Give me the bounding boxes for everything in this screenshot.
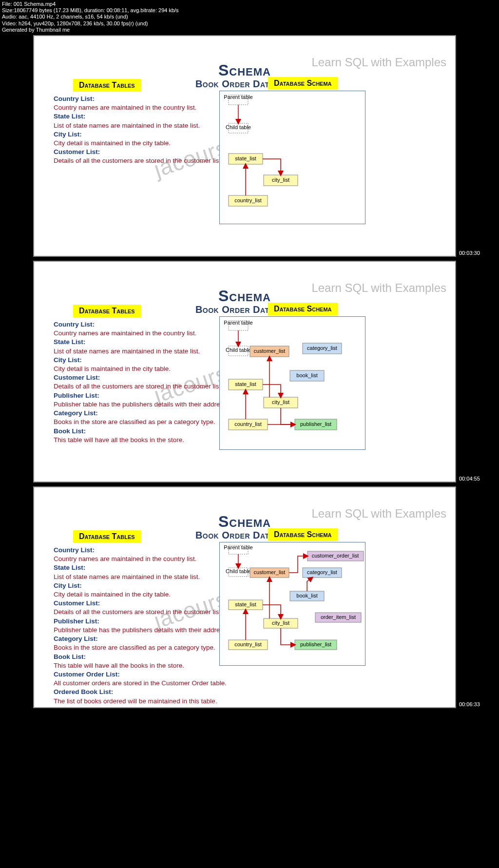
def-customer-body: Details of all the customers are stored … <box>54 608 234 617</box>
meta-size: Size:18067749 bytes (17.23 MiB), duratio… <box>2 7 497 14</box>
def-country-body: Country names are maintained in the coun… <box>54 103 234 112</box>
def-category-body: Books in the store are classified as per… <box>54 643 234 652</box>
node-publisher-list: publisher_list <box>300 641 331 647</box>
meta-gen: Generated by Thumbnail me <box>2 27 497 33</box>
node-customer-order-list: customer_order_list <box>312 553 359 559</box>
node-book-list: book_list <box>296 372 317 378</box>
def-book-head: Book List: <box>54 427 234 436</box>
node-customer-list: customer_list <box>254 569 286 575</box>
def-customer-head: Customer List: <box>54 148 234 156</box>
def-custorder-head: Customer Order List: <box>54 670 234 679</box>
meta-file: File: 001 Schema.mp4 <box>2 1 497 7</box>
def-publisher-head: Publisher List: <box>54 617 234 626</box>
def-state-body: List of state names are maintained in th… <box>54 573 234 581</box>
node-country-list: country_list <box>234 641 262 647</box>
node-state-list: state_list <box>235 155 256 161</box>
database-schema-heading: Database Schema <box>268 528 338 541</box>
definitions-list: Country List: Country names are maintain… <box>54 320 234 444</box>
node-city-list: city_list <box>272 399 289 405</box>
def-customer-head: Customer List: <box>54 373 234 382</box>
video-thumbnail-2: Learn SQL with Examples jacourses.com Sc… <box>33 261 456 482</box>
def-city-body: City detail is maintained in the city ta… <box>54 590 234 599</box>
def-publisher-body: Publisher table has the publishers detai… <box>54 400 234 409</box>
def-city-head: City List: <box>54 356 234 365</box>
def-state-head: State List: <box>54 563 234 572</box>
video-thumbnail-3: Learn SQL with Examples jacourses.com Sc… <box>33 486 456 708</box>
def-country-body: Country names are maintained in the coun… <box>54 329 234 338</box>
database-tables-heading: Database Tables <box>73 530 141 543</box>
parent-table-label: Parent table <box>224 320 252 326</box>
def-customer-head: Customer List: <box>54 599 234 608</box>
schema-diagram-box: Parent table Child table customer_list c… <box>219 316 365 450</box>
node-city-list: city_list <box>272 177 289 183</box>
meta-video: Video: h264, yuv420p, 1280x708, 236 kb/s… <box>2 20 497 27</box>
def-orderedbook-head: Ordered Book List: <box>54 688 234 696</box>
parent-table-label: Parent table <box>224 94 252 100</box>
def-orderedbook-body: The list of books ordered will be mainta… <box>54 697 234 706</box>
watermark-text: Learn SQL with Examples <box>311 507 446 521</box>
node-customer-list: customer_list <box>254 348 286 354</box>
node-city-list: city_list <box>272 620 289 626</box>
def-state-body: List of state names are maintained in th… <box>54 347 234 356</box>
def-publisher-body: Publisher table has the publishers detai… <box>54 626 234 635</box>
def-country-head: Country List: <box>54 546 234 555</box>
timestamp-3: 00:06:33 <box>459 701 480 707</box>
def-category-body: Books in the store are classified as per… <box>54 418 234 426</box>
node-country-list: country_list <box>234 421 262 427</box>
def-country-body: Country names are maintained in the coun… <box>54 555 234 563</box>
def-category-head: Category List: <box>54 409 234 418</box>
watermark-text: Learn SQL with Examples <box>311 281 446 295</box>
def-custorder-body: All customer orders are stored in the Cu… <box>54 679 234 688</box>
database-tables-heading: Database Tables <box>73 79 141 92</box>
node-country-list: country_list <box>234 197 262 203</box>
def-city-body: City detail is maintained in the city ta… <box>54 139 234 148</box>
schema-diagram-box: Parent table Child table state_list city… <box>219 91 365 224</box>
child-table-label: Child table <box>226 347 251 353</box>
schema-diagram-box: Parent table Child table customer_order_… <box>219 542 365 666</box>
def-customer-body: Details of all the customers are stored … <box>54 382 234 391</box>
schema-diagram: Parent table Child table state_list city… <box>220 91 366 225</box>
def-state-head: State List: <box>54 338 234 347</box>
node-category-list: category_list <box>307 345 337 351</box>
node-state-list: state_list <box>235 601 256 607</box>
node-book-list: book_list <box>296 593 317 598</box>
meta-audio: Audio: aac, 44100 Hz, 2 channels, s16, 5… <box>2 14 497 20</box>
schema-diagram: Parent table Child table customer_order_… <box>220 542 366 666</box>
def-state-body: List of state names are maintained in th… <box>54 121 234 130</box>
timestamp-2: 00:04:55 <box>459 476 480 482</box>
database-schema-heading: Database Schema <box>268 77 338 90</box>
def-country-head: Country List: <box>54 95 234 103</box>
parent-table-label: Parent table <box>224 544 252 550</box>
def-city-head: City List: <box>54 581 234 590</box>
def-city-head: City List: <box>54 130 234 139</box>
def-category-head: Category List: <box>54 635 234 643</box>
timestamp-1: 00:03:30 <box>459 250 480 256</box>
def-publisher-head: Publisher List: <box>54 391 234 400</box>
def-book-head: Book List: <box>54 653 234 661</box>
video-thumbnail-1: Learn SQL with Examples jacourses.com Sc… <box>33 35 456 257</box>
def-book-body: This table will have all the books in th… <box>54 661 234 670</box>
def-country-head: Country List: <box>54 320 234 329</box>
def-customer-body: Details of all the customers are stored … <box>54 156 234 165</box>
definitions-list: Country List: Country names are maintain… <box>54 95 234 166</box>
def-city-body: City detail is maintained in the city ta… <box>54 365 234 373</box>
database-tables-heading: Database Tables <box>73 305 141 317</box>
def-state-head: State List: <box>54 112 234 121</box>
node-order-item-list: order_item_list <box>321 614 356 620</box>
child-table-label: Child table <box>226 568 251 574</box>
definitions-list: Country List: Country names are maintain… <box>54 546 234 706</box>
watermark-text: Learn SQL with Examples <box>311 56 446 69</box>
node-publisher-list: publisher_list <box>300 421 331 427</box>
database-schema-heading: Database Schema <box>268 303 338 315</box>
node-state-list: state_list <box>235 381 256 387</box>
def-book-body: This table will have all the books in th… <box>54 436 234 444</box>
node-category-list: category_list <box>307 569 337 575</box>
schema-diagram: Parent table Child table customer_list c… <box>220 317 366 450</box>
child-table-label: Child table <box>226 124 251 130</box>
